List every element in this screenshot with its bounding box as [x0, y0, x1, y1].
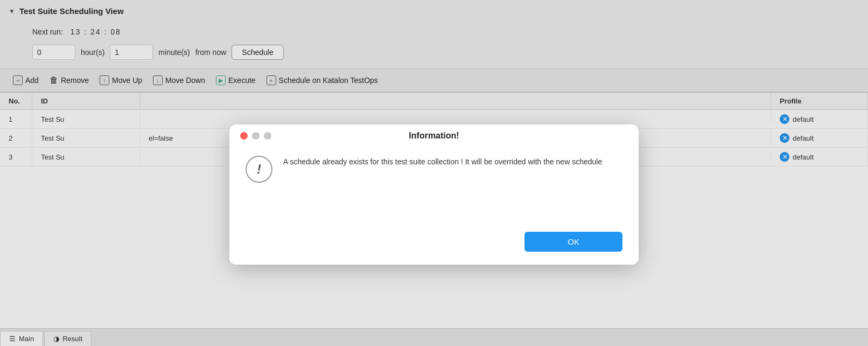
modal-body: ! A schedule already exists for this tes…: [229, 145, 639, 232]
modal-titlebar: Information!: [229, 124, 639, 145]
modal-footer: OK: [229, 232, 639, 265]
modal-minimize-button: [252, 132, 260, 140]
modal-close-button[interactable]: [240, 132, 248, 140]
ok-button[interactable]: OK: [524, 232, 622, 252]
exclamation-icon: !: [257, 162, 261, 177]
modal-maximize-button: [264, 132, 271, 140]
modal-title: Information!: [409, 131, 459, 141]
modal-controls: [240, 132, 271, 140]
modal-message: A schedule already exists for this test …: [283, 156, 622, 168]
modal-info-icon: !: [246, 156, 272, 183]
modal-dialog: Information! ! A schedule already exists…: [229, 124, 639, 265]
modal-overlay: Information! ! A schedule already exists…: [0, 0, 868, 346]
